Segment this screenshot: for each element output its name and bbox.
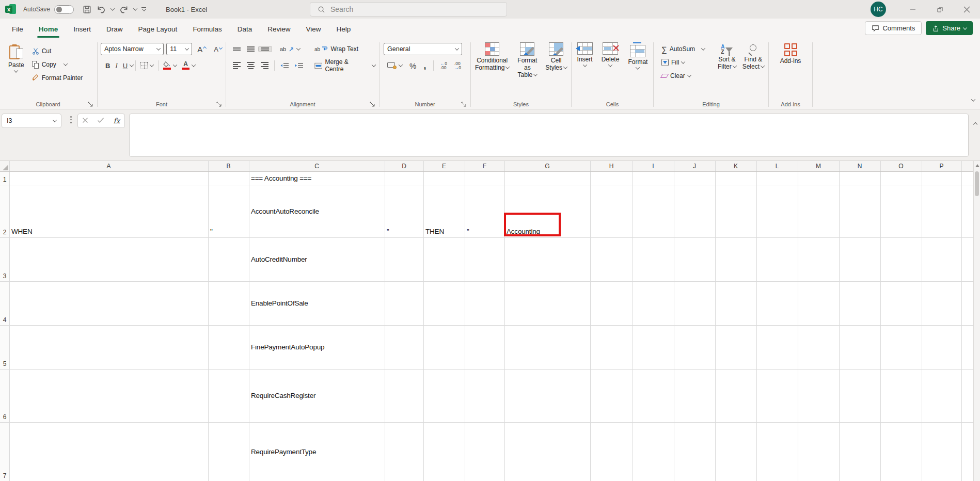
copy-button[interactable]: Copy bbox=[29, 60, 70, 70]
column-header-L[interactable]: L bbox=[756, 161, 798, 171]
insert-function-button[interactable]: fx bbox=[113, 117, 120, 125]
format-as-table-button[interactable]: Format as Table bbox=[512, 41, 542, 109]
top-align-button[interactable] bbox=[230, 46, 243, 52]
column-header-H[interactable]: H bbox=[590, 161, 633, 171]
vertical-scrollbar[interactable] bbox=[973, 161, 980, 481]
align-left-button[interactable] bbox=[230, 61, 243, 70]
borders-button[interactable] bbox=[138, 61, 156, 70]
bottom-align-button[interactable] bbox=[258, 46, 272, 52]
tab-review[interactable]: Review bbox=[260, 19, 298, 39]
save-button[interactable] bbox=[81, 4, 93, 15]
column-header-F[interactable]: F bbox=[465, 161, 504, 171]
increase-decimal-button[interactable]: ←0.00 bbox=[438, 60, 450, 71]
cell-B2[interactable]: " bbox=[208, 225, 213, 237]
tab-page-layout[interactable]: Page Layout bbox=[131, 19, 185, 39]
column-header-M[interactable]: M bbox=[798, 161, 839, 171]
tab-formulas[interactable]: Formulas bbox=[185, 19, 229, 39]
cell-C1[interactable]: === Accounting === bbox=[249, 171, 311, 185]
row-header-7[interactable]: 7 bbox=[0, 422, 9, 481]
column-header-K[interactable]: K bbox=[715, 161, 756, 171]
enter-button[interactable] bbox=[97, 116, 104, 125]
bold-button[interactable]: B bbox=[103, 61, 113, 71]
cell-E2[interactable]: THEN bbox=[423, 225, 444, 237]
column-header-O[interactable]: O bbox=[880, 161, 922, 171]
cell-C4[interactable]: EnablePointOfSale bbox=[249, 281, 308, 325]
tab-draw[interactable]: Draw bbox=[99, 19, 131, 39]
clear-button[interactable]: Clear bbox=[659, 71, 693, 81]
wrap-text-button[interactable]: ab Wrap Text bbox=[312, 44, 361, 54]
decrease-indent-button[interactable] bbox=[278, 61, 291, 70]
name-box[interactable]: I3 bbox=[2, 114, 61, 128]
row-header-1[interactable]: 1 bbox=[0, 171, 9, 185]
ribbon-collapse-button[interactable] bbox=[972, 94, 975, 104]
increase-font-size-button[interactable]: A bbox=[195, 44, 209, 55]
middle-align-button[interactable] bbox=[244, 45, 257, 53]
align-right-button[interactable] bbox=[258, 61, 271, 70]
formula-input[interactable] bbox=[129, 114, 969, 157]
restore-button[interactable] bbox=[926, 0, 953, 19]
redo-dropdown[interactable] bbox=[132, 6, 138, 12]
row-header-5[interactable]: 5 bbox=[0, 325, 9, 369]
cell-C6[interactable]: RequireCashRegister bbox=[249, 369, 315, 422]
column-header-A[interactable]: A bbox=[9, 161, 208, 171]
italic-button[interactable]: I bbox=[113, 60, 120, 71]
font-name-combo[interactable]: Aptos Narrow bbox=[101, 43, 164, 55]
underline-dropdown[interactable] bbox=[130, 62, 134, 67]
column-header-G[interactable]: G bbox=[504, 161, 590, 171]
align-center-button[interactable] bbox=[244, 61, 257, 70]
highlight-rectangle[interactable] bbox=[504, 213, 561, 236]
comma-style-button[interactable]: , bbox=[421, 59, 429, 72]
cut-button[interactable]: Cut bbox=[29, 46, 54, 56]
orientation-button[interactable]: ab bbox=[277, 45, 303, 53]
row-header-2[interactable]: 2 bbox=[0, 185, 9, 237]
find-select-button[interactable]: Find & Select bbox=[739, 42, 767, 109]
autosave-toggle[interactable] bbox=[54, 5, 74, 14]
font-size-combo[interactable]: 11 bbox=[166, 43, 192, 55]
paste-button[interactable]: Paste bbox=[5, 43, 27, 109]
minimize-button[interactable] bbox=[899, 0, 926, 19]
comments-button[interactable]: Comments bbox=[865, 21, 922, 35]
cell-C2[interactable]: AccountAutoReconcile bbox=[249, 185, 319, 237]
redo-button[interactable] bbox=[118, 3, 130, 15]
tab-home[interactable]: Home bbox=[31, 19, 66, 39]
conditional-formatting-button[interactable]: Conditional Formatting bbox=[472, 41, 512, 109]
column-header-E[interactable]: E bbox=[423, 161, 465, 171]
cell-C7[interactable]: RequirePaymentType bbox=[249, 422, 316, 481]
scrollbar-thumb[interactable] bbox=[975, 171, 979, 196]
font-color-button[interactable]: A bbox=[179, 60, 198, 71]
column-header-I[interactable]: I bbox=[633, 161, 674, 171]
column-header-B[interactable]: B bbox=[208, 161, 249, 171]
fill-button[interactable]: Fill bbox=[659, 58, 687, 67]
addins-button[interactable]: Add-ins bbox=[777, 42, 804, 109]
column-header-N[interactable]: N bbox=[839, 161, 880, 171]
delete-cells-button[interactable]: Delete bbox=[598, 41, 623, 109]
decrease-font-size-button[interactable]: A bbox=[211, 44, 225, 54]
tab-help[interactable]: Help bbox=[328, 19, 358, 39]
number-dialog-launcher[interactable] bbox=[461, 102, 466, 107]
format-painter-button[interactable]: Format Painter bbox=[29, 73, 85, 84]
row-header-3[interactable]: 3 bbox=[0, 237, 9, 281]
excel-app-icon[interactable]: x bbox=[5, 4, 16, 15]
cell-A2[interactable]: WHEN bbox=[9, 225, 32, 237]
undo-dropdown[interactable] bbox=[109, 6, 116, 12]
font-dialog-launcher[interactable] bbox=[216, 102, 222, 107]
collapse-formula-bar-button[interactable] bbox=[974, 119, 977, 128]
increase-indent-button[interactable] bbox=[292, 61, 306, 70]
close-button[interactable] bbox=[953, 0, 980, 19]
clipboard-dialog-launcher[interactable] bbox=[88, 102, 93, 107]
alignment-dialog-launcher[interactable] bbox=[370, 102, 375, 107]
select-all-button[interactable] bbox=[0, 161, 9, 171]
format-cells-button[interactable]: Format bbox=[625, 41, 651, 109]
tab-data[interactable]: Data bbox=[230, 19, 260, 39]
column-header-J[interactable]: J bbox=[674, 161, 715, 171]
cancel-button[interactable] bbox=[82, 116, 88, 125]
autosum-button[interactable]: ∑ AutoSum bbox=[659, 44, 707, 55]
column-header-C[interactable]: C bbox=[249, 161, 385, 171]
undo-button[interactable] bbox=[95, 3, 107, 15]
merge-centre-button[interactable]: Merge & Centre bbox=[312, 57, 378, 74]
fill-color-button[interactable] bbox=[161, 60, 179, 71]
cell-C3[interactable]: AutoCreditNumber bbox=[249, 237, 307, 281]
decrease-decimal-button[interactable]: .00→0 bbox=[452, 60, 464, 71]
tab-view[interactable]: View bbox=[298, 19, 328, 39]
tab-insert[interactable]: Insert bbox=[66, 19, 99, 39]
